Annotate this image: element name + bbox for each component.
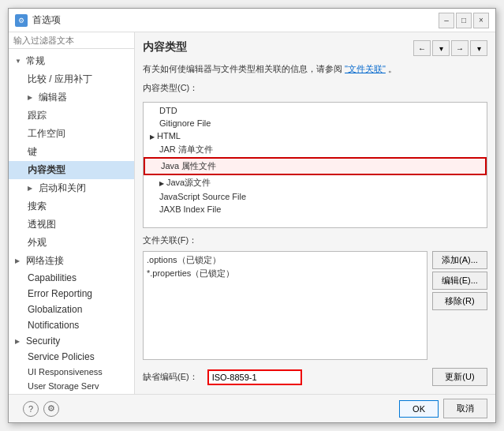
editor-arrow: ▶: [28, 94, 35, 101]
sidebar-item-security[interactable]: ▶ Security: [9, 333, 134, 349]
sidebar-item-label: Notifications: [28, 320, 79, 331]
network-arrow: ▶: [15, 257, 23, 264]
update-button[interactable]: 更新(U): [432, 368, 487, 386]
sidebar-item-ui-responsiveness[interactable]: UI Responsiveness: [9, 365, 134, 379]
content-type-list[interactable]: DTD Gitignore File ▶HTML JAR 清单文件 Java 属…: [143, 102, 487, 228]
minimize-button[interactable]: –: [439, 13, 454, 28]
close-button[interactable]: ×: [473, 13, 489, 28]
sidebar-item-label: 常规: [26, 54, 45, 68]
sidebar-item-label: Capabilities: [28, 272, 77, 283]
sidebar-item-service-policies[interactable]: Service Policies: [9, 349, 134, 365]
sidebar-item-label: User Storage Serv: [28, 381, 99, 391]
sidebar-item-label: Globalization: [28, 304, 82, 315]
sidebar-item-debug[interactable]: 跟踪: [9, 107, 134, 125]
general-arrow: ▼: [15, 58, 23, 65]
sidebar-item-label: 网络连接: [26, 254, 64, 268]
preferences-window: ⚙ 首选项 – □ × ▼ 常规 比较 / 应用补丁 ▶: [8, 8, 496, 423]
nav-forward-icon: →: [456, 44, 464, 53]
sidebar-item-search[interactable]: 搜索: [9, 197, 134, 216]
sidebar-item-notifications[interactable]: Notifications: [9, 317, 134, 333]
sidebar-item-network[interactable]: ▶ 网络连接: [9, 252, 134, 270]
sidebar-item-error-reporting[interactable]: Error Reporting: [9, 286, 134, 302]
titlebar-buttons: – □ ×: [439, 13, 489, 28]
sidebar-item-label: Service Policies: [28, 351, 95, 362]
sidebar-item-label: 外观: [28, 236, 47, 249]
list-item-jar[interactable]: JAR 清单文件: [144, 142, 487, 157]
sidebar-item-user-storage[interactable]: User Storage Serv: [9, 379, 134, 393]
sidebar-item-label: 编辑器: [39, 91, 67, 104]
sidebar-item-perspectives[interactable]: 透视图: [9, 216, 134, 234]
back-icon: ←: [418, 44, 426, 53]
remove-button[interactable]: 移除(R): [432, 292, 487, 310]
content-panel: 内容类型 ← ▾ → ▾ 有关如: [135, 32, 495, 394]
sidebar-item-label: 启动和关闭: [39, 182, 86, 195]
sidebar: ▼ 常规 比较 / 应用补丁 ▶ 编辑器 跟踪 工作空间 键: [9, 32, 135, 394]
file-assoc-link[interactable]: "文件关联": [345, 64, 386, 73]
assoc-list[interactable]: .options（已锁定） *.properties（已锁定）: [143, 251, 427, 361]
sidebar-item-label: 工作空间: [28, 127, 65, 141]
assoc-item-properties: *.properties（已锁定）: [147, 267, 424, 280]
sidebar-item-compare[interactable]: 比较 / 应用补丁: [9, 70, 134, 88]
cancel-button[interactable]: 取消: [443, 399, 487, 418]
help-button[interactable]: ?: [23, 401, 39, 417]
panel-title: 内容类型: [143, 40, 187, 54]
window-icon: ⚙: [15, 14, 28, 27]
toolbar-icons: ← ▾ → ▾: [413, 40, 487, 56]
titlebar: ⚙ 首选项 – □ ×: [9, 9, 495, 32]
tree: ▼ 常规 比较 / 应用补丁 ▶ 编辑器 跟踪 工作空间 键: [9, 49, 134, 394]
list-item-dtd[interactable]: DTD: [144, 104, 487, 117]
filter-input[interactable]: [9, 32, 134, 49]
sidebar-item-label: Security: [26, 335, 60, 347]
forward-icon: ▾: [439, 44, 443, 53]
forward-dropdown-button[interactable]: ▾: [432, 40, 450, 56]
assoc-row: .options（已锁定） *.properties（已锁定） 添加(A)...…: [143, 251, 487, 361]
menu-dropdown-button[interactable]: ▾: [470, 40, 487, 56]
startup-arrow: ▶: [28, 185, 35, 192]
sidebar-item-label: 键: [28, 145, 37, 159]
sidebar-item-capabilities[interactable]: Capabilities: [9, 270, 134, 286]
sidebar-item-startup[interactable]: ▶ 启动和关闭: [9, 179, 134, 197]
sidebar-item-keys[interactable]: 键: [9, 143, 134, 161]
java-source-expand-arrow: ▶: [159, 180, 164, 187]
sidebar-item-globalization[interactable]: Globalization: [9, 302, 134, 317]
sidebar-item-label: UI Responsiveness: [28, 367, 103, 377]
maximize-button[interactable]: □: [456, 13, 472, 28]
main-content: ▼ 常规 比较 / 应用补丁 ▶ 编辑器 跟踪 工作空间 键: [9, 32, 495, 394]
forward-button[interactable]: →: [451, 40, 469, 56]
back-button[interactable]: ←: [413, 40, 431, 56]
bottom-bar: ? ⚙ OK 取消: [9, 394, 495, 422]
sidebar-item-label: 内容类型: [28, 163, 65, 177]
list-item-gitignore[interactable]: Gitignore File: [144, 117, 487, 129]
assoc-item-options: .options（已锁定）: [147, 253, 424, 267]
settings-icon: ⚙: [47, 403, 55, 414]
list-item-java-source[interactable]: ▶Java源文件: [144, 175, 487, 190]
type-list-label: 内容类型(C)：: [143, 82, 487, 94]
settings-button[interactable]: ⚙: [43, 401, 59, 417]
bottom-left-icons: ? ⚙: [23, 401, 59, 417]
html-expand-arrow: ▶: [150, 133, 155, 141]
sidebar-item-appearance[interactable]: 外观: [9, 234, 134, 252]
sidebar-item-general[interactable]: ▼ 常规: [9, 52, 134, 70]
sidebar-item-editor[interactable]: ▶ 编辑器: [9, 88, 134, 107]
add-button[interactable]: 添加(A)...: [432, 251, 487, 269]
help-icon: ?: [28, 404, 33, 414]
security-arrow: ▶: [15, 338, 23, 345]
content-type-header: 内容类型 ← ▾ → ▾: [143, 40, 487, 56]
sidebar-item-label: 搜索: [28, 200, 47, 213]
window-title: 首选项: [32, 13, 439, 27]
ok-button[interactable]: OK: [399, 400, 439, 418]
sidebar-item-workspace[interactable]: 工作空间: [9, 125, 134, 143]
encoding-label: 缺省编码(E)：: [143, 371, 198, 383]
edit-button[interactable]: 编辑(E)...: [432, 272, 487, 290]
sidebar-item-content-types[interactable]: 内容类型: [9, 161, 134, 179]
list-item-java-props[interactable]: Java 属性文件: [144, 157, 487, 175]
list-item-jaxb[interactable]: JAXB Index File: [144, 203, 487, 216]
encoding-row: 缺省编码(E)： 更新(U): [143, 368, 487, 386]
encoding-input[interactable]: [207, 369, 302, 385]
list-item-html[interactable]: ▶HTML: [144, 129, 487, 142]
assoc-section: 文件关联(F)： .options（已锁定） *.properties（已锁定）…: [143, 234, 487, 361]
assoc-buttons: 添加(A)... 编辑(E)... 移除(R): [432, 251, 487, 361]
sidebar-item-label: 比较 / 应用补丁: [28, 73, 92, 86]
assoc-label: 文件关联(F)：: [143, 234, 487, 246]
list-item-javascript-source[interactable]: JavaScript Source File: [144, 190, 487, 203]
